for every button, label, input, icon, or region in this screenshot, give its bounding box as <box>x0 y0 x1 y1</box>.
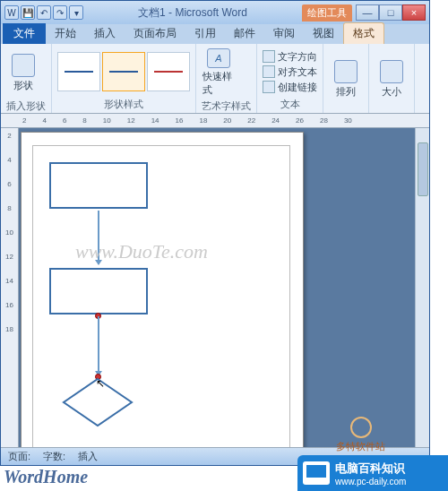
shapes-button[interactable]: 形状 <box>6 47 40 98</box>
group-text: 文字方向 对齐文本 创建链接 文本 <box>257 44 323 113</box>
group-arrange: 排列 <box>323 44 369 113</box>
text-direction-icon <box>263 50 275 63</box>
scroll-thumb[interactable] <box>418 142 428 196</box>
status-words: 字数: <box>43 450 65 463</box>
wordart-icon: A <box>207 48 230 68</box>
group-insert-shapes: 形状 插入形状 <box>1 44 52 113</box>
workspace: 24681012141618 ↖ www.DuoTe.com <box>1 128 429 465</box>
minimize-button[interactable]: — <box>356 4 379 21</box>
vertical-scrollbar[interactable] <box>415 128 429 465</box>
align-text-icon <box>263 65 275 78</box>
arrange-button[interactable]: 排列 <box>329 55 363 105</box>
tab-mailings[interactable]: 邮件 <box>225 23 264 44</box>
window-title: 文档1 - Microsoft Word <box>83 5 302 21</box>
shapes-icon <box>12 54 35 77</box>
arrange-icon <box>334 60 358 83</box>
tab-references[interactable]: 引用 <box>185 23 225 44</box>
connector-2-selected[interactable] <box>98 316 99 375</box>
pcdaily-title: 电脑百科知识 <box>335 461 406 477</box>
ribbon: 形状 插入形状 形状样式 A 快速样式 艺术字样式 <box>1 44 429 114</box>
window-controls: — □ × <box>356 4 426 21</box>
duote-icon <box>350 417 372 438</box>
shape-style-gallery[interactable] <box>57 52 190 91</box>
align-text-button[interactable]: 对齐文本 <box>263 65 317 79</box>
cursor-icon: ↖ <box>96 377 105 390</box>
monitor-icon <box>303 461 330 485</box>
tab-file[interactable]: 文件 <box>3 23 46 44</box>
redo-icon[interactable]: ↷ <box>53 5 67 20</box>
wordhome-watermark: WordHome <box>4 467 88 487</box>
ribbon-tabs: 文件 开始 插入 页面布局 引用 邮件 审阅 视图 格式 <box>1 24 429 44</box>
group-label: 形状样式 <box>57 96 190 111</box>
style-swatch-2[interactable] <box>102 52 145 91</box>
group-size: 大小 <box>369 44 415 113</box>
group-label: 插入形状 <box>6 98 46 113</box>
tab-insert[interactable]: 插入 <box>85 23 125 44</box>
pcdaily-badge: 电脑百科知识 www.pc-daily.com <box>297 455 448 491</box>
style-swatch-1[interactable] <box>57 52 100 91</box>
group-shape-styles: 形状样式 <box>52 44 196 113</box>
flowchart-process-1[interactable] <box>49 162 148 209</box>
pcdaily-url: www.pc-daily.com <box>335 477 406 487</box>
status-page: 页面: <box>8 450 30 463</box>
contextual-tab-label: 绘图工具 <box>302 4 352 22</box>
app-window: W 💾 ↶ ↷ ▾ 文档1 - Microsoft Word 绘图工具 — □ … <box>0 0 430 466</box>
text-direction-button[interactable]: 文字方向 <box>263 50 317 64</box>
group-wordart-styles: A 快速样式 艺术字样式 <box>196 44 257 113</box>
size-icon <box>380 60 403 83</box>
undo-icon[interactable]: ↶ <box>37 5 51 20</box>
title-bar: W 💾 ↶ ↷ ▾ 文档1 - Microsoft Word 绘图工具 — □ … <box>1 1 429 24</box>
qat-more-icon[interactable]: ▾ <box>69 5 83 20</box>
create-link-button[interactable]: 创建链接 <box>263 81 317 94</box>
document-area[interactable]: ↖ www.DuoTe.com <box>19 128 415 465</box>
tab-format[interactable]: 格式 <box>343 22 384 44</box>
connector-1[interactable] <box>98 211 99 264</box>
maximize-button[interactable]: □ <box>379 4 402 21</box>
quick-access-toolbar: W 💾 ↶ ↷ ▾ <box>4 5 83 20</box>
group-label: 文本 <box>263 96 317 111</box>
tab-view[interactable]: 视图 <box>304 23 343 44</box>
tab-review[interactable]: 审阅 <box>264 23 304 44</box>
duote-badge: 多特软件站 <box>336 417 385 453</box>
flowchart-process-2[interactable] <box>49 268 148 314</box>
status-ime: 插入 <box>78 450 98 463</box>
horizontal-ruler[interactable]: 24681012141618202224262830 <box>1 114 429 128</box>
style-swatch-3[interactable] <box>147 52 190 91</box>
drawing-canvas[interactable]: ↖ <box>32 145 290 465</box>
vertical-ruler[interactable]: 24681012141618 <box>1 128 19 465</box>
size-button[interactable]: 大小 <box>375 55 409 105</box>
page: ↖ www.DuoTe.com <box>21 132 304 465</box>
group-label: 艺术字样式 <box>202 98 251 113</box>
link-icon <box>263 81 275 93</box>
tab-layout[interactable]: 页面布局 <box>125 23 185 44</box>
save-icon[interactable]: 💾 <box>21 5 35 20</box>
quick-styles-button[interactable]: A 快速样式 <box>202 47 236 98</box>
close-button[interactable]: × <box>402 4 426 21</box>
tab-home[interactable]: 开始 <box>46 23 85 44</box>
word-icon: W <box>4 5 19 20</box>
